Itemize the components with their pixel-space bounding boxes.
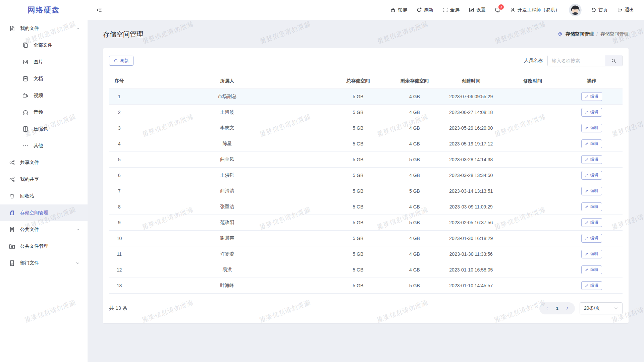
table-row: 12易洪5 GB4 GB2023-01-10 16:58:05编辑 <box>109 262 623 278</box>
breadcrumb-root[interactable]: 存储空间管理 <box>566 31 594 37</box>
main-content: 存储空间管理 存储空间管理 / 存储空间管理 刷新 人员名称 <box>88 20 644 362</box>
edit-button-label: 编辑 <box>590 235 598 241</box>
sidebar-item-all-files[interactable]: 全部文件 <box>0 37 88 54</box>
sidebar-collapse-button[interactable] <box>96 7 102 13</box>
edit-button[interactable]: 编辑 <box>581 187 602 195</box>
table-footer: 共 13 条 1 20条/页 <box>109 302 623 314</box>
doc-icon <box>22 76 29 82</box>
cell-index: 1 <box>109 88 129 104</box>
sidebar-item-my-shares[interactable]: 我的共享 <box>0 171 88 188</box>
cell-owner: 范政阳 <box>129 215 325 230</box>
search-field-label: 人员名称 <box>524 58 543 64</box>
cell-free: 4 GB <box>391 230 438 246</box>
pager: 1 <box>539 302 575 314</box>
edit-button[interactable]: 编辑 <box>581 171 602 180</box>
sidebar-item-public-files[interactable]: 公共文件 <box>0 221 88 238</box>
header-actions: 锁屏刷新全屏设置 3 开发工程师（易洪） 首页 退出 <box>390 4 644 16</box>
cell-actions: 编辑 <box>561 230 623 246</box>
cell-free: 4 GB <box>391 104 438 120</box>
sidebar-item-my-files[interactable]: 我的文件 <box>0 20 88 37</box>
video-icon <box>22 93 29 99</box>
edit-button[interactable]: 编辑 <box>581 124 602 132</box>
logout-button[interactable]: 退出 <box>617 7 634 13</box>
sidebar-item-label: 图片 <box>34 59 43 65</box>
sidebar-item-recycle-bin[interactable]: 回收站 <box>0 188 88 204</box>
storage-table: 序号所属人总存储空间剩余存储空间创建时间修改时间操作 1市场副总5 GB4 GB… <box>109 74 623 294</box>
cell-index: 12 <box>109 262 129 278</box>
search-button[interactable] <box>605 55 622 66</box>
cell-created: 2023-03-09 11:09:29 <box>438 199 504 215</box>
cell-actions: 编辑 <box>561 167 623 183</box>
sidebar-item-others[interactable]: 其他 <box>0 137 88 154</box>
page-size-select[interactable]: 20条/页 <box>580 302 623 314</box>
cell-owner: 李志文 <box>129 120 325 136</box>
edit-button-label: 编辑 <box>590 251 598 257</box>
cell-actions: 编辑 <box>561 136 623 152</box>
edit-button[interactable]: 编辑 <box>581 234 602 243</box>
pencil-icon <box>585 173 589 177</box>
current-page-number[interactable]: 1 <box>552 305 562 311</box>
settings-button[interactable]: 设置 <box>469 7 486 13</box>
cell-total: 5 GB <box>325 183 391 199</box>
prev-page-button[interactable] <box>542 306 552 310</box>
chevron-up-icon <box>75 26 80 31</box>
home-icon <box>591 7 596 13</box>
edit-button[interactable]: 编辑 <box>581 250 602 258</box>
cell-created: 2023-01-30 11:33:56 <box>438 246 504 262</box>
cell-actions: 编辑 <box>561 246 623 262</box>
sidebar-item-public-file-management[interactable]: 公共文件管理 <box>0 238 88 255</box>
edit-button-label: 编辑 <box>590 283 598 288</box>
fullscreen-button[interactable]: 全屏 <box>442 7 460 13</box>
sidebar-item-storage-management[interactable]: 存储空间管理 <box>0 204 88 221</box>
page-size-value: 20条/页 <box>584 305 600 311</box>
edit-button[interactable]: 编辑 <box>581 218 602 227</box>
edit-button[interactable]: 编辑 <box>581 281 602 290</box>
edit-button[interactable]: 编辑 <box>581 139 602 148</box>
home-button[interactable]: 首页 <box>591 7 608 13</box>
refresh-button[interactable]: 刷新 <box>109 56 133 66</box>
sidebar-item-department-files[interactable]: 部门文件 <box>0 255 88 272</box>
notifications-button[interactable]: 3 <box>495 7 501 13</box>
pencil-icon <box>585 126 589 130</box>
collapse-icon <box>96 7 102 13</box>
sidebar-item-shared-files[interactable]: 共享文件 <box>0 154 88 171</box>
sidebar-item-label: 我的文件 <box>20 25 39 32</box>
cell-created: 2023-05-29 16:20:00 <box>438 120 504 136</box>
sidebar-item-videos[interactable]: 视频 <box>0 87 88 104</box>
cell-modified <box>504 215 561 230</box>
edit-button-label: 编辑 <box>590 141 598 146</box>
sidebar-item-docs[interactable]: 文档 <box>0 70 88 87</box>
edit-button[interactable]: 编辑 <box>581 92 602 101</box>
pencil-icon <box>585 268 589 272</box>
cell-index: 2 <box>109 104 129 120</box>
edit-button[interactable]: 编辑 <box>581 155 602 164</box>
home-label: 首页 <box>598 7 608 13</box>
edit-button[interactable]: 编辑 <box>581 108 602 117</box>
pencil-icon <box>585 252 589 256</box>
edit-button[interactable]: 编辑 <box>581 202 602 211</box>
sidebar-item-archives[interactable]: 压缩包 <box>0 121 88 137</box>
sidebar-item-audio[interactable]: 音频 <box>0 104 88 121</box>
search-input[interactable] <box>548 55 605 66</box>
cell-actions: 编辑 <box>561 120 623 136</box>
sidebar-item-label: 我的共享 <box>20 176 39 182</box>
cell-free: 5 GB <box>391 278 438 293</box>
cell-owner: 易洪 <box>129 262 325 278</box>
user-menu[interactable]: 开发工程师（易洪） <box>510 7 560 13</box>
cell-owner: 张重洁 <box>129 199 325 215</box>
lock-screen-label: 锁屏 <box>398 7 407 13</box>
edit-button[interactable]: 编辑 <box>581 265 602 274</box>
user-avatar[interactable] <box>569 4 582 16</box>
cell-total: 5 GB <box>325 120 391 136</box>
avatar-image <box>569 4 582 16</box>
lock-screen-button[interactable]: 锁屏 <box>390 7 407 13</box>
table-toolbar: 刷新 人员名称 <box>109 55 623 66</box>
refresh-button[interactable]: 刷新 <box>416 7 433 13</box>
sidebar-item-images[interactable]: 图片 <box>0 54 88 70</box>
table-row: 10谢晨芸5 GB4 GB2023-01-30 16:18:29编辑 <box>109 230 623 246</box>
cell-modified <box>504 183 561 199</box>
page-header: 存储空间管理 存储空间管理 / 存储空间管理 <box>103 20 629 48</box>
cell-actions: 编辑 <box>561 215 623 230</box>
cell-total: 5 GB <box>325 278 391 293</box>
next-page-button[interactable] <box>562 306 572 310</box>
